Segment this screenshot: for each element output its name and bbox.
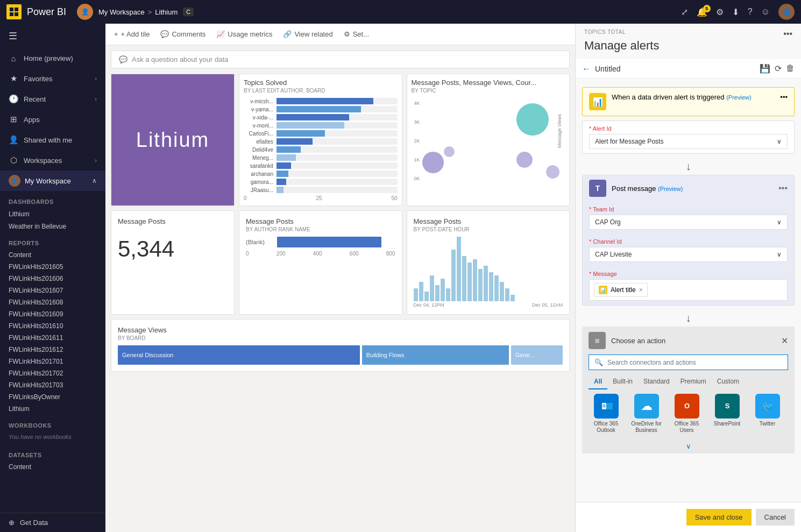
- tab-premium[interactable]: Premium: [675, 374, 712, 389]
- settings-label: Set...: [353, 30, 369, 38]
- channel-id-select[interactable]: CAP Livesite ∨: [589, 247, 788, 262]
- alert-trigger-dots[interactable]: •••: [780, 93, 788, 101]
- notifications-icon[interactable]: 🔔 5: [697, 7, 707, 17]
- settings-button[interactable]: ⚙ Set...: [344, 30, 369, 38]
- tile-message-views[interactable]: Message Views BY BOARD General Discussio…: [111, 319, 570, 372]
- tile-message-posts-metric[interactable]: Message Posts 5,344: [111, 210, 235, 315]
- outlook-label: Office 365 Outlook: [589, 421, 623, 434]
- save-and-close-button[interactable]: Save and close: [686, 509, 752, 526]
- channel-id-field: * Channel Id CAP Livesite ∨: [583, 234, 794, 266]
- sidebar-home-label: Home (preview): [24, 54, 97, 62]
- connector-search-bar[interactable]: 🔍: [589, 354, 788, 370]
- settings-icon: ⚙: [344, 30, 350, 38]
- alert-id-select[interactable]: Alert for Message Posts ∨: [589, 134, 788, 149]
- expand-icon[interactable]: ⤢: [681, 7, 688, 17]
- user-avatar-topbar[interactable]: 👤: [77, 4, 93, 20]
- tab-builtin[interactable]: Built-in: [607, 374, 638, 389]
- panel-menu-dots[interactable]: •••: [783, 29, 792, 39]
- app-icon-sharepoint[interactable]: S SharePoint: [710, 394, 745, 434]
- search-input[interactable]: [607, 359, 782, 366]
- report-fwlink702-link[interactable]: FWLinkHits201702: [0, 367, 105, 379]
- report-fwlinkbyowner-link[interactable]: FWLinksByOwner: [0, 391, 105, 403]
- sidebar-item-favorites[interactable]: ★ Favorites ›: [0, 68, 105, 89]
- report-content-link[interactable]: Content: [0, 249, 105, 261]
- report-fwlink701-text: FWLinkHits201701: [9, 358, 63, 365]
- back-button[interactable]: ←: [582, 64, 591, 74]
- alert-id-value: Alert for Message Posts: [595, 138, 663, 145]
- flow-arrow-1: ↓: [576, 158, 801, 175]
- usage-metrics-button[interactable]: 📈 Usage metrics: [216, 30, 272, 38]
- tab-custom[interactable]: Custom: [712, 374, 745, 389]
- app-icon-outlook[interactable]: O Office 365 Outlook: [589, 394, 623, 434]
- sidebar-workspaces-label: Workspaces: [24, 157, 89, 165]
- emoji-icon[interactable]: ☺: [761, 7, 770, 17]
- tab-standard[interactable]: Standard: [638, 374, 675, 389]
- cancel-button[interactable]: Cancel: [756, 509, 795, 526]
- dashboard-weather-link[interactable]: Weather in Bellevue: [0, 221, 105, 232]
- report-fwlink606-text: FWLinkHits201606: [9, 275, 63, 282]
- tab-all[interactable]: All: [589, 374, 607, 389]
- report-fwlink607-text: FWLinkHits201607: [9, 287, 63, 294]
- app-icon-office365[interactable]: O Office 365 Users: [669, 394, 704, 434]
- tile-lithium[interactable]: Lithium: [111, 74, 235, 206]
- panel-spacer: [576, 458, 801, 502]
- sidebar-item-apps[interactable]: ⊞ Apps: [0, 109, 105, 130]
- recent-arrow: ›: [95, 96, 97, 102]
- app-logo[interactable]: [6, 4, 22, 19]
- sidebar-item-workspaces[interactable]: ⬡ Workspaces ›: [0, 150, 105, 171]
- download-icon[interactable]: ⬇: [732, 7, 739, 17]
- settings-icon[interactable]: ⚙: [716, 7, 724, 17]
- trash-icon[interactable]: 🗑: [786, 63, 795, 74]
- chip-text: Alert title: [611, 286, 636, 294]
- report-fwlink607-link[interactable]: FWLinkHits201607: [0, 285, 105, 296]
- report-fwlink606-link[interactable]: FWLinkHits201606: [0, 273, 105, 285]
- metric-title: Message Posts: [118, 217, 228, 225]
- view-related-button[interactable]: 🔗 View related: [283, 30, 332, 38]
- save-icon[interactable]: 💾: [760, 63, 770, 74]
- add-tile-button[interactable]: + + Add tile: [114, 30, 150, 38]
- flow-icon[interactable]: ⟳: [775, 63, 782, 74]
- dataset-content-link[interactable]: Content: [0, 461, 105, 473]
- sidebar-item-shared[interactable]: 👤 Shared with me: [0, 130, 105, 150]
- report-fwlink610-link[interactable]: FWLinkHits201610: [0, 320, 105, 332]
- tile-message-posts-author[interactable]: Message Posts BY AUTHOR RANK NAME (Blank…: [239, 210, 402, 315]
- tile-message-posts-topic[interactable]: Message Posts, Message Views, Cour... BY…: [407, 74, 570, 206]
- breadcrumb-workspace[interactable]: My Workspace: [98, 8, 145, 16]
- dashboard-lithium-link[interactable]: Lithium •••: [0, 208, 105, 221]
- report-fwlink605-link[interactable]: FWLinkHits201605: [0, 261, 105, 273]
- workspaces-icon: ⬡: [9, 155, 18, 165]
- panel-header: TOPICS TOTAL ••• Manage alerts: [576, 24, 801, 59]
- app-icon-twitter[interactable]: 🐦 Twitter: [750, 394, 785, 434]
- connector-close-button[interactable]: ✕: [781, 336, 788, 346]
- report-fwlink608-link[interactable]: FWLinkHits201608: [0, 296, 105, 308]
- bar-row: v-yama...: [244, 106, 398, 112]
- chip-close-button[interactable]: ×: [639, 286, 643, 294]
- my-workspace-header[interactable]: 👤 My Workspace ∧: [0, 171, 105, 191]
- team-id-select[interactable]: CAP Org ∨: [589, 215, 788, 230]
- tile-message-posts-hour[interactable]: Message Posts BY POST-DATE HOUR: [407, 210, 570, 315]
- post-message-dots[interactable]: •••: [778, 183, 788, 193]
- app-icon-onedrive[interactable]: ☁ OneDrive for Business: [629, 394, 664, 434]
- comments-button[interactable]: 💬 Comments: [160, 30, 205, 38]
- report-fwlink701-link[interactable]: FWLinkHits201701: [0, 356, 105, 367]
- sidebar-item-recent[interactable]: 🕐 Recent ›: [0, 89, 105, 109]
- show-more-button[interactable]: ∨: [582, 439, 795, 453]
- y-axis-0k: 0K: [414, 176, 420, 181]
- x-400: 400: [313, 251, 322, 257]
- report-fwlink703-link[interactable]: FWLinkHits201703: [0, 379, 105, 391]
- tile-topics-solved[interactable]: Topics Solved BY LAST EDIT AUTHOR, BOARD…: [239, 74, 402, 206]
- untitled-title: Untitled: [595, 65, 755, 73]
- hamburger-menu-icon[interactable]: ☰: [0, 24, 105, 48]
- report-lithium-link[interactable]: Lithium: [0, 403, 105, 415]
- help-icon[interactable]: ?: [748, 7, 753, 17]
- topics-solved-chart: v-micsh... v-yama... v-xida-... v-m: [244, 98, 398, 193]
- get-data-button[interactable]: ⊕ Get Data: [0, 513, 105, 532]
- onedrive-icon-box: ☁: [634, 394, 659, 418]
- user-avatar-right[interactable]: 👤: [778, 4, 795, 20]
- report-fwlink612-link[interactable]: FWLinkHits201612: [0, 344, 105, 356]
- report-fwlink611-link[interactable]: FWLinkHits201611: [0, 332, 105, 344]
- report-fwlink609-link[interactable]: FWLinkHits201609: [0, 308, 105, 320]
- qa-bar[interactable]: 💬 Ask a question about your data: [111, 51, 570, 68]
- sidebar-item-home[interactable]: ⌂ Home (preview): [0, 48, 105, 68]
- comments-label: Comments: [172, 30, 205, 38]
